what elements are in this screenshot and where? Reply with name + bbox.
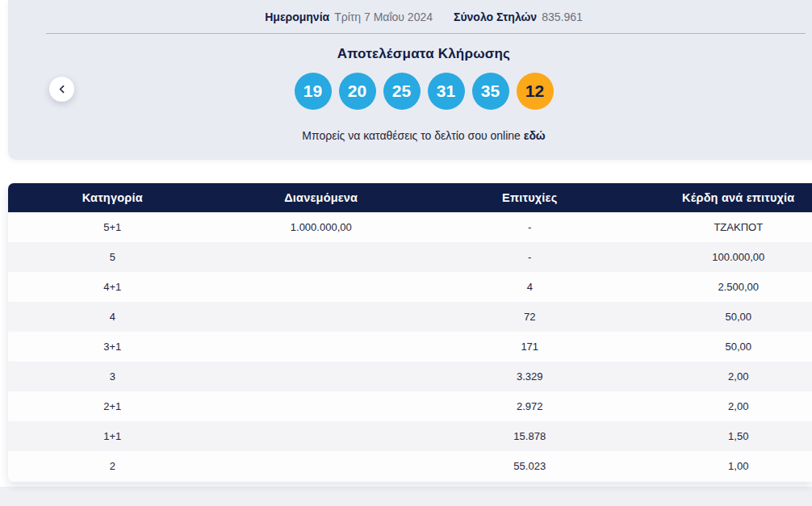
prize-breakdown-table: ΚατηγορίαΔιανεμόμεναΕπιτυχίεςΚέρδη ανά ε…	[8, 183, 812, 481]
column-header: Κατηγορία	[8, 183, 217, 212]
cell-winners: 171	[425, 332, 634, 362]
table-row: 1+115.8781,50	[8, 421, 812, 451]
table-row: 4+142.500,00	[8, 272, 812, 302]
page-bottom-strip	[0, 487, 812, 506]
cell-category: 3	[8, 362, 217, 391]
previous-draw-button[interactable]	[49, 77, 74, 102]
column-header: Επιτυχίες	[425, 183, 634, 212]
cell-distributed	[217, 451, 426, 481]
cell-prize: 1,50	[634, 421, 812, 451]
winning-number-ball: 25	[383, 73, 421, 110]
cell-distributed	[217, 332, 426, 362]
cell-prize: 50,00	[634, 302, 812, 332]
header-divider	[46, 33, 806, 34]
cell-distributed: 1.000.000,00	[217, 212, 426, 242]
cell-winners: 55.023	[425, 451, 634, 481]
cell-winners: 4	[425, 272, 634, 302]
table-row: 255.0231,00	[8, 451, 812, 481]
cell-category: 5	[8, 242, 217, 272]
cell-prize: 2.500,00	[634, 272, 812, 302]
cell-winners: -	[425, 212, 634, 242]
prize-table: ΚατηγορίαΔιανεμόμεναΕπιτυχίεςΚέρδη ανά ε…	[8, 183, 812, 482]
cell-prize: 1,00	[634, 451, 812, 481]
cell-distributed	[217, 242, 426, 272]
cell-prize: 100.000,00	[634, 242, 812, 272]
date-value: Τρίτη 7 Μαΐου 2024	[334, 10, 433, 23]
cell-distributed	[217, 362, 426, 391]
page: Ημερομηνία Τρίτη 7 Μαΐου 2024 Σύνολο Στη…	[0, 0, 812, 506]
winning-number-ball: 31	[428, 73, 465, 110]
cell-winners: 72	[425, 302, 634, 332]
chevron-left-icon	[58, 85, 66, 94]
cell-prize: 50,00	[634, 332, 812, 362]
table-row: 33.3292,00	[8, 362, 812, 391]
table-row: 5-100.000,00	[8, 242, 812, 272]
cell-prize: 2,00	[634, 362, 812, 391]
winning-number-ball: 35	[472, 73, 509, 110]
cell-distributed	[217, 391, 426, 421]
cell-category: 4+1	[8, 272, 217, 302]
table-row: 2+12.9722,00	[8, 391, 812, 421]
draw-results-card: Ημερομηνία Τρίτη 7 Μαΐου 2024 Σύνολο Στη…	[8, 0, 812, 160]
winning-numbers: 192025313512	[8, 73, 812, 110]
winning-number-ball: 19	[295, 73, 332, 110]
draw-meta: Ημερομηνία Τρίτη 7 Μαΐου 2024 Σύνολο Στη…	[8, 0, 812, 33]
cell-category: 4	[8, 302, 217, 332]
column-header: Διανεμόμενα	[217, 183, 426, 212]
cell-winners: 3.329	[425, 362, 634, 391]
table-header-row: ΚατηγορίαΔιανεμόμεναΕπιτυχίεςΚέρδη ανά ε…	[8, 183, 812, 212]
cell-distributed	[217, 421, 426, 451]
cell-category: 5+1	[8, 212, 217, 242]
cell-category: 1+1	[8, 421, 217, 451]
winning-number-ball: 20	[339, 73, 376, 110]
table-row: 3+117150,00	[8, 332, 812, 362]
column-header: Κέρδη ανά επιτυχία	[634, 183, 812, 212]
table-row: 47250,00	[8, 302, 812, 332]
cell-winners: -	[425, 242, 634, 272]
table-row: 5+11.000.000,00-ΤΖΑΚΠΟΤ	[8, 212, 812, 242]
total-columns-value: 835.961	[542, 10, 583, 23]
cell-category: 3+1	[8, 332, 217, 362]
date-label: Ημερομηνία	[265, 10, 329, 23]
total-columns-label: Σύνολο Στηλών	[454, 10, 537, 23]
deposit-hint: Μπορείς να καταθέσεις το δελτίο σου onli…	[8, 129, 812, 142]
deposit-link[interactable]: εδώ	[524, 129, 546, 142]
cell-distributed	[217, 302, 426, 332]
cell-category: 2+1	[8, 391, 217, 421]
cell-winners: 15.878	[425, 421, 634, 451]
cell-prize: 2,00	[634, 391, 812, 421]
deposit-text: Μπορείς να καταθέσεις το δελτίο σου onli…	[302, 129, 521, 142]
cell-winners: 2.972	[425, 391, 634, 421]
bonus-number-ball: 12	[517, 73, 554, 110]
cell-distributed	[217, 272, 426, 302]
cell-category: 2	[8, 451, 217, 481]
cell-prize: ΤΖΑΚΠΟΤ	[634, 212, 812, 242]
results-title: Αποτελέσματα Κλήρωσης	[8, 46, 812, 62]
